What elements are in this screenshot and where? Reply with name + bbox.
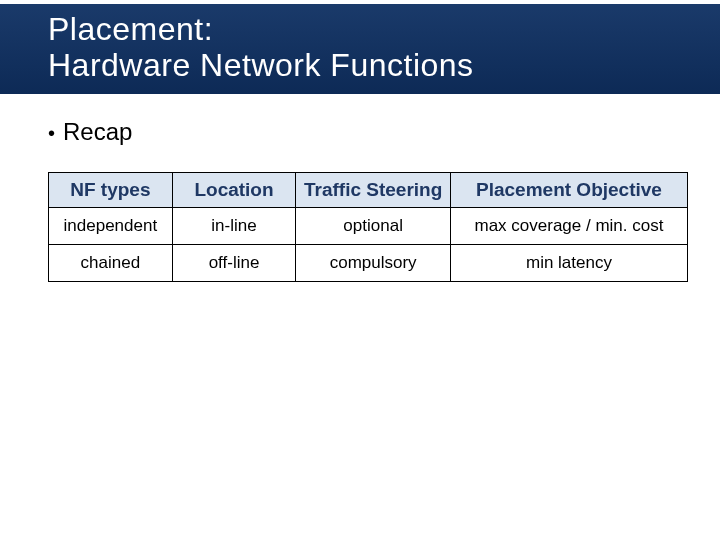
body: • Recap NF types Location Traffic Steeri… (0, 94, 720, 282)
bullet-text: Recap (63, 118, 132, 146)
cell: max coverage / min. cost (450, 207, 687, 244)
table-row: chained off-line compulsory min latency (49, 244, 688, 281)
title-line-1: Placement: (48, 12, 720, 48)
nf-table: NF types Location Traffic Steering Place… (48, 172, 688, 282)
table-header-row: NF types Location Traffic Steering Place… (49, 172, 688, 207)
th-placement-objective: Placement Objective (450, 172, 687, 207)
th-traffic-steering: Traffic Steering (296, 172, 451, 207)
th-location: Location (172, 172, 296, 207)
title-line-2: Hardware Network Functions (48, 48, 720, 84)
cell: compulsory (296, 244, 451, 281)
cell: chained (49, 244, 173, 281)
bullet-item: • Recap (48, 118, 672, 146)
table-row: independent in-line optional max coverag… (49, 207, 688, 244)
slide: { "title": { "line1": "Placement:", "lin… (0, 4, 720, 540)
cell: off-line (172, 244, 296, 281)
cell: independent (49, 207, 173, 244)
th-nf-types: NF types (49, 172, 173, 207)
cell: in-line (172, 207, 296, 244)
bullet-dot-icon: • (48, 123, 55, 143)
title-block: Placement: Hardware Network Functions (0, 4, 720, 94)
cell: min latency (450, 244, 687, 281)
cell: optional (296, 207, 451, 244)
